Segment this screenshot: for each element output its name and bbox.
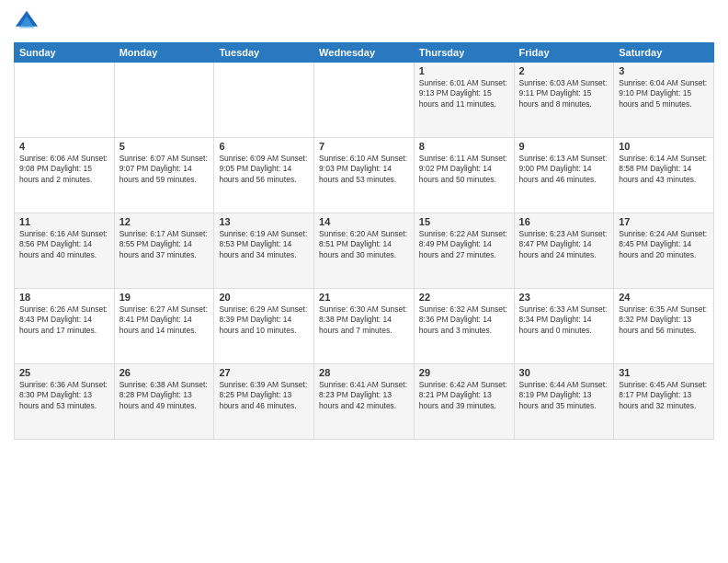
day-info: Sunrise: 6:11 AM Sunset: 9:02 PM Dayligh… bbox=[419, 154, 509, 185]
day-info: Sunrise: 6:14 AM Sunset: 8:58 PM Dayligh… bbox=[619, 154, 709, 185]
day-info: Sunrise: 6:10 AM Sunset: 9:03 PM Dayligh… bbox=[319, 154, 409, 185]
day-info: Sunrise: 6:42 AM Sunset: 8:21 PM Dayligh… bbox=[419, 380, 509, 411]
day-info: Sunrise: 6:44 AM Sunset: 8:19 PM Dayligh… bbox=[519, 380, 609, 411]
day-number: 8 bbox=[419, 141, 509, 152]
day-info: Sunrise: 6:13 AM Sunset: 9:00 PM Dayligh… bbox=[519, 154, 609, 185]
day-cell: 21Sunrise: 6:30 AM Sunset: 8:38 PM Dayli… bbox=[314, 289, 415, 364]
day-number: 11 bbox=[19, 216, 109, 227]
day-cell bbox=[114, 63, 214, 138]
day-number: 10 bbox=[619, 141, 709, 152]
day-number: 23 bbox=[519, 292, 609, 303]
week-row-3: 11Sunrise: 6:16 AM Sunset: 8:56 PM Dayli… bbox=[15, 213, 714, 289]
day-info: Sunrise: 6:41 AM Sunset: 8:23 PM Dayligh… bbox=[319, 380, 409, 411]
day-cell: 25Sunrise: 6:36 AM Sunset: 8:30 PM Dayli… bbox=[15, 364, 115, 440]
header-cell-monday: Monday bbox=[114, 43, 214, 63]
day-cell bbox=[15, 63, 115, 138]
day-number: 25 bbox=[19, 367, 109, 378]
day-cell: 15Sunrise: 6:22 AM Sunset: 8:49 PM Dayli… bbox=[414, 213, 514, 289]
header bbox=[14, 9, 714, 35]
day-number: 22 bbox=[419, 292, 509, 303]
day-number: 20 bbox=[219, 292, 309, 303]
day-cell: 11Sunrise: 6:16 AM Sunset: 8:56 PM Dayli… bbox=[15, 213, 115, 289]
day-cell: 28Sunrise: 6:41 AM Sunset: 8:23 PM Dayli… bbox=[314, 364, 415, 440]
day-number: 26 bbox=[119, 367, 210, 378]
day-info: Sunrise: 6:04 AM Sunset: 9:10 PM Dayligh… bbox=[619, 78, 709, 109]
day-cell: 18Sunrise: 6:26 AM Sunset: 8:43 PM Dayli… bbox=[15, 289, 115, 364]
day-info: Sunrise: 6:32 AM Sunset: 8:36 PM Dayligh… bbox=[419, 304, 509, 336]
page: SundayMondayTuesdayWednesdayThursdayFrid… bbox=[0, 0, 728, 563]
day-info: Sunrise: 6:09 AM Sunset: 9:05 PM Dayligh… bbox=[219, 154, 309, 185]
header-cell-friday: Friday bbox=[514, 43, 614, 63]
day-number: 6 bbox=[219, 141, 309, 152]
week-row-4: 18Sunrise: 6:26 AM Sunset: 8:43 PM Dayli… bbox=[15, 289, 714, 364]
header-cell-wednesday: Wednesday bbox=[314, 43, 415, 63]
day-cell: 22Sunrise: 6:32 AM Sunset: 8:36 PM Dayli… bbox=[414, 289, 514, 364]
week-row-1: 1Sunrise: 6:01 AM Sunset: 9:13 PM Daylig… bbox=[15, 63, 714, 138]
day-cell: 8Sunrise: 6:11 AM Sunset: 9:02 PM Daylig… bbox=[414, 138, 514, 213]
day-cell: 20Sunrise: 6:29 AM Sunset: 8:39 PM Dayli… bbox=[214, 289, 314, 364]
day-cell: 3Sunrise: 6:04 AM Sunset: 9:10 PM Daylig… bbox=[614, 63, 714, 138]
day-number: 12 bbox=[119, 216, 210, 227]
day-info: Sunrise: 6:24 AM Sunset: 8:45 PM Dayligh… bbox=[619, 229, 709, 260]
day-info: Sunrise: 6:20 AM Sunset: 8:51 PM Dayligh… bbox=[319, 229, 409, 260]
day-info: Sunrise: 6:29 AM Sunset: 8:39 PM Dayligh… bbox=[219, 304, 309, 336]
day-number: 1 bbox=[419, 65, 509, 76]
day-info: Sunrise: 6:22 AM Sunset: 8:49 PM Dayligh… bbox=[419, 229, 509, 260]
day-number: 4 bbox=[19, 141, 109, 152]
header-cell-tuesday: Tuesday bbox=[214, 43, 314, 63]
day-info: Sunrise: 6:16 AM Sunset: 8:56 PM Dayligh… bbox=[19, 229, 109, 260]
day-cell: 9Sunrise: 6:13 AM Sunset: 9:00 PM Daylig… bbox=[514, 138, 614, 213]
header-cell-thursday: Thursday bbox=[414, 43, 514, 63]
day-cell bbox=[314, 63, 415, 138]
day-cell: 19Sunrise: 6:27 AM Sunset: 8:41 PM Dayli… bbox=[114, 289, 214, 364]
day-info: Sunrise: 6:36 AM Sunset: 8:30 PM Dayligh… bbox=[19, 380, 109, 411]
week-row-2: 4Sunrise: 6:06 AM Sunset: 9:08 PM Daylig… bbox=[15, 138, 714, 213]
day-info: Sunrise: 6:23 AM Sunset: 8:47 PM Dayligh… bbox=[519, 229, 609, 260]
day-number: 30 bbox=[519, 367, 609, 378]
day-number: 9 bbox=[519, 141, 609, 152]
header-cell-saturday: Saturday bbox=[614, 43, 714, 63]
day-cell: 7Sunrise: 6:10 AM Sunset: 9:03 PM Daylig… bbox=[314, 138, 415, 213]
day-number: 14 bbox=[319, 216, 409, 227]
day-number: 2 bbox=[519, 65, 609, 76]
day-cell: 27Sunrise: 6:39 AM Sunset: 8:25 PM Dayli… bbox=[214, 364, 314, 440]
day-info: Sunrise: 6:26 AM Sunset: 8:43 PM Dayligh… bbox=[19, 304, 109, 336]
day-cell: 24Sunrise: 6:35 AM Sunset: 8:32 PM Dayli… bbox=[614, 289, 714, 364]
day-info: Sunrise: 6:33 AM Sunset: 8:34 PM Dayligh… bbox=[519, 304, 609, 336]
day-cell: 6Sunrise: 6:09 AM Sunset: 9:05 PM Daylig… bbox=[214, 138, 314, 213]
day-cell: 2Sunrise: 6:03 AM Sunset: 9:11 PM Daylig… bbox=[514, 63, 614, 138]
day-info: Sunrise: 6:06 AM Sunset: 9:08 PM Dayligh… bbox=[19, 154, 109, 185]
header-cell-sunday: Sunday bbox=[15, 43, 115, 63]
day-number: 24 bbox=[619, 292, 709, 303]
day-cell: 10Sunrise: 6:14 AM Sunset: 8:58 PM Dayli… bbox=[614, 138, 714, 213]
day-number: 7 bbox=[319, 141, 409, 152]
day-info: Sunrise: 6:38 AM Sunset: 8:28 PM Dayligh… bbox=[119, 380, 210, 411]
day-info: Sunrise: 6:30 AM Sunset: 8:38 PM Dayligh… bbox=[319, 304, 409, 336]
day-cell: 1Sunrise: 6:01 AM Sunset: 9:13 PM Daylig… bbox=[414, 63, 514, 138]
day-number: 13 bbox=[219, 216, 309, 227]
day-info: Sunrise: 6:27 AM Sunset: 8:41 PM Dayligh… bbox=[119, 304, 210, 336]
day-number: 15 bbox=[419, 216, 509, 227]
day-cell: 12Sunrise: 6:17 AM Sunset: 8:55 PM Dayli… bbox=[114, 213, 214, 289]
day-cell: 30Sunrise: 6:44 AM Sunset: 8:19 PM Dayli… bbox=[514, 364, 614, 440]
day-number: 17 bbox=[619, 216, 709, 227]
day-info: Sunrise: 6:07 AM Sunset: 9:07 PM Dayligh… bbox=[119, 154, 210, 185]
week-row-5: 25Sunrise: 6:36 AM Sunset: 8:30 PM Dayli… bbox=[15, 364, 714, 440]
day-cell: 5Sunrise: 6:07 AM Sunset: 9:07 PM Daylig… bbox=[114, 138, 214, 213]
logo-icon bbox=[14, 9, 40, 35]
day-info: Sunrise: 6:03 AM Sunset: 9:11 PM Dayligh… bbox=[519, 78, 609, 109]
day-info: Sunrise: 6:35 AM Sunset: 8:32 PM Dayligh… bbox=[619, 304, 709, 336]
day-cell: 31Sunrise: 6:45 AM Sunset: 8:17 PM Dayli… bbox=[614, 364, 714, 440]
day-number: 19 bbox=[119, 292, 210, 303]
day-number: 27 bbox=[219, 367, 309, 378]
day-info: Sunrise: 6:19 AM Sunset: 8:53 PM Dayligh… bbox=[219, 229, 309, 260]
day-cell: 4Sunrise: 6:06 AM Sunset: 9:08 PM Daylig… bbox=[15, 138, 115, 213]
day-cell: 23Sunrise: 6:33 AM Sunset: 8:34 PM Dayli… bbox=[514, 289, 614, 364]
day-number: 5 bbox=[119, 141, 210, 152]
day-info: Sunrise: 6:01 AM Sunset: 9:13 PM Dayligh… bbox=[419, 78, 509, 109]
day-cell: 17Sunrise: 6:24 AM Sunset: 8:45 PM Dayli… bbox=[614, 213, 714, 289]
day-number: 31 bbox=[619, 367, 709, 378]
day-number: 21 bbox=[319, 292, 409, 303]
day-info: Sunrise: 6:45 AM Sunset: 8:17 PM Dayligh… bbox=[619, 380, 709, 411]
day-cell: 13Sunrise: 6:19 AM Sunset: 8:53 PM Dayli… bbox=[214, 213, 314, 289]
